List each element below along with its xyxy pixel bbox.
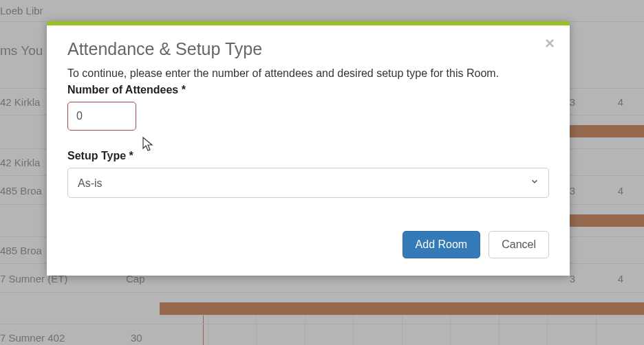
close-icon: × [545,34,555,52]
cancel-button[interactable]: Cancel [489,231,549,258]
modal-title: Attendance & Setup Type [67,39,549,59]
setup-type-select[interactable]: As-is [67,168,549,198]
attendees-input[interactable] [67,102,136,131]
modal-description: To continue, please enter the number of … [67,67,549,80]
setup-type-label: Setup Type * [67,150,549,162]
attendance-modal: × Attendance & Setup Type To continue, p… [47,21,570,276]
add-room-button[interactable]: Add Room [402,231,481,258]
attendees-label: Number of Attendees * [67,84,549,96]
close-button[interactable]: × [545,35,555,52]
